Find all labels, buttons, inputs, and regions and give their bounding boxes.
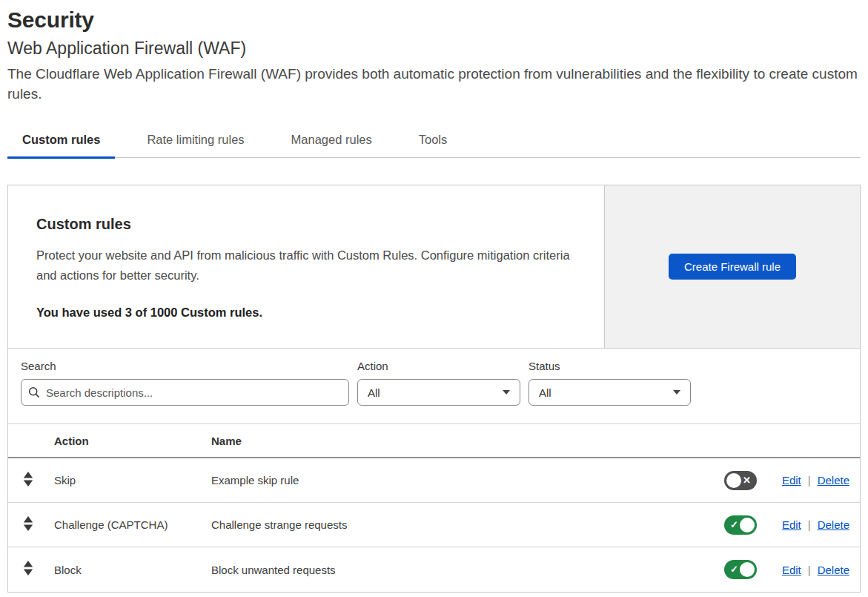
rule-action: Skip xyxy=(54,474,211,486)
rule-enabled-toggle[interactable]: ✓ ✕ xyxy=(724,471,757,490)
toggle-knob xyxy=(740,518,755,532)
column-header-name: Name xyxy=(211,435,724,447)
page-title: Security xyxy=(7,6,861,34)
search-label: Search xyxy=(21,360,349,372)
chevron-down-icon xyxy=(673,390,680,395)
page-description: The Cloudflare Web Application Firewall … xyxy=(7,64,860,104)
waf-tab-bar: Custom rules Rate limiting rules Managed… xyxy=(7,133,861,158)
rule-name: Block unwanted requests xyxy=(211,564,724,576)
security-waf-page: Security Web Application Firewall (WAF) … xyxy=(0,0,868,597)
card-heading: Custom rules xyxy=(36,216,576,233)
rule-action: Challenge (CAPTCHA) xyxy=(54,518,211,531)
table-row: Challenge (CAPTCHA) Challenge strange re… xyxy=(8,503,860,547)
card-description: Protect your website and API from malici… xyxy=(36,245,576,286)
drag-handle-icon[interactable] xyxy=(23,471,33,487)
tab-rate-limiting-rules[interactable]: Rate limiting rules xyxy=(132,133,259,157)
status-filter: Status All xyxy=(529,360,691,406)
status-filter-select[interactable]: All xyxy=(529,379,691,406)
status-filter-value: All xyxy=(539,386,551,399)
link-separator: | xyxy=(808,518,811,531)
check-icon: ✓ xyxy=(730,560,738,579)
tab-managed-rules[interactable]: Managed rules xyxy=(276,133,387,157)
delete-rule-link[interactable]: Delete xyxy=(818,474,849,486)
edit-rule-link[interactable]: Edit xyxy=(782,518,801,531)
action-filter-select[interactable]: All xyxy=(357,379,520,406)
usage-summary: You have used 3 of 1000 Custom rules. xyxy=(36,306,576,320)
table-row: Block Block unwanted requests ✓ ✕ Edit |… xyxy=(8,547,860,592)
edit-rule-link[interactable]: Edit xyxy=(782,474,801,486)
custom-rules-card: Custom rules Protect your website and AP… xyxy=(7,185,861,593)
drag-handle-icon[interactable] xyxy=(23,560,33,576)
rule-action: Block xyxy=(54,564,211,576)
rule-name: Example skip rule xyxy=(211,474,724,486)
rules-table: Action Name Skip Example skip rule xyxy=(8,423,860,592)
delete-rule-link[interactable]: Delete xyxy=(818,518,849,531)
link-separator: | xyxy=(808,564,811,576)
create-firewall-rule-button[interactable]: Create Firewall rule xyxy=(669,254,796,280)
table-header-row: Action Name xyxy=(8,423,860,458)
custom-rules-info: Custom rules Protect your website and AP… xyxy=(8,185,604,348)
search-input-wrap xyxy=(21,379,349,406)
page-subtitle: Web Application Firewall (WAF) xyxy=(7,38,861,59)
edit-rule-link[interactable]: Edit xyxy=(782,564,801,576)
tab-tools[interactable]: Tools xyxy=(404,133,463,157)
search-input[interactable] xyxy=(21,379,349,406)
search-filter: Search xyxy=(21,360,349,406)
cta-panel: Create Firewall rule xyxy=(604,185,860,348)
action-filter: Action All xyxy=(357,360,520,406)
custom-rules-summary: Custom rules Protect your website and AP… xyxy=(8,185,860,348)
delete-rule-link[interactable]: Delete xyxy=(818,564,849,576)
rule-enabled-toggle[interactable]: ✓ ✕ xyxy=(724,560,757,579)
toggle-knob xyxy=(740,562,755,577)
action-filter-value: All xyxy=(368,386,380,399)
check-icon: ✓ xyxy=(730,515,738,535)
table-row: Skip Example skip rule ✓ ✕ Edit | Delete xyxy=(8,458,860,503)
toggle-knob xyxy=(726,473,741,488)
drag-handle-icon[interactable] xyxy=(23,515,33,532)
column-header-action: Action xyxy=(54,435,211,447)
x-icon: ✕ xyxy=(743,471,751,490)
status-filter-label: Status xyxy=(529,360,691,372)
rule-name: Challenge strange requests xyxy=(211,518,724,531)
tab-custom-rules[interactable]: Custom rules xyxy=(7,133,115,157)
page-header: Security Web Application Firewall (WAF) … xyxy=(0,0,868,104)
link-separator: | xyxy=(808,474,811,486)
rule-enabled-toggle[interactable]: ✓ ✕ xyxy=(724,515,757,535)
chevron-down-icon xyxy=(503,390,510,395)
rules-filter-bar: Search Action All Status xyxy=(8,348,860,423)
action-filter-label: Action xyxy=(357,360,520,372)
